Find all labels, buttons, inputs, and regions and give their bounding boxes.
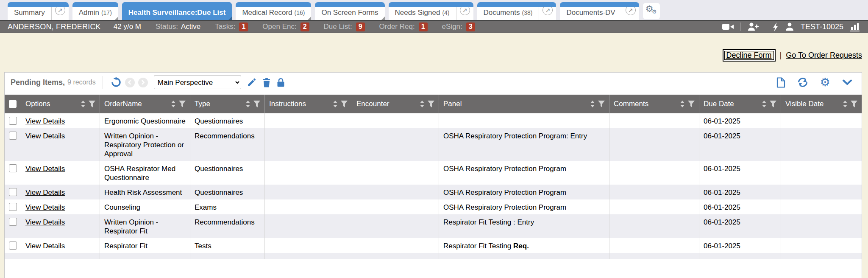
sort-icon[interactable] [245, 100, 250, 108]
patient-id: TEST-10025 [801, 22, 843, 31]
row-checkbox[interactable] [9, 164, 17, 172]
column-header-comments[interactable]: Comments [609, 95, 699, 113]
video-camera-icon[interactable] [722, 23, 734, 31]
undo-icon[interactable] [111, 77, 122, 88]
perspective-select[interactable]: Main Perspective [154, 76, 241, 89]
tab-settings-button[interactable]: ⚙ ⚙ [643, 3, 660, 19]
filter-icon[interactable] [598, 101, 605, 107]
row-checkbox[interactable] [9, 218, 17, 226]
column-label: Encounter [356, 100, 389, 108]
tab-on-screen-forms[interactable]: On Screen Forms [315, 2, 384, 20]
person-icon[interactable] [785, 22, 794, 31]
stat-count-badge[interactable]: 9 [356, 22, 365, 31]
cell-panel: OSHA Respiratory Protection Program: Ent… [439, 128, 609, 161]
column-header-instructions[interactable]: Instructions [264, 95, 352, 113]
stat-esign: eSign:3 [442, 22, 475, 31]
view-details-link[interactable]: View Details [25, 117, 65, 125]
sort-icon[interactable] [762, 100, 767, 108]
panel-text: OSHA Respiratory Protection Program [443, 165, 566, 173]
cell-comments [609, 199, 699, 214]
sort-icon[interactable] [333, 100, 338, 108]
tab-label: Needs Signed [395, 8, 440, 17]
column-label: Options [25, 100, 50, 108]
lock-icon[interactable] [277, 78, 285, 87]
tab-summary[interactable]: Summary↗ [8, 2, 69, 20]
sort-icon[interactable] [843, 100, 848, 108]
view-details-link[interactable]: View Details [25, 132, 65, 140]
cell-order-name: Counseling [100, 199, 190, 214]
tab-documents-dv[interactable]: Documents-DV↗ [560, 2, 639, 20]
stat-count-badge[interactable]: 2 [300, 22, 309, 31]
tab-main: Medical Record(16) [236, 8, 311, 20]
trash-icon[interactable] [262, 78, 271, 87]
tab-needs-signed[interactable]: Needs Signed(4)↗ [389, 2, 473, 20]
stat-count-badge[interactable]: 1 [239, 22, 248, 31]
tab-label: Summary [14, 8, 45, 17]
cell-visible-date [781, 113, 862, 128]
stat-count-badge[interactable]: 1 [419, 22, 428, 31]
column-header-ordername[interactable]: OrderName [100, 95, 190, 113]
prev-icon[interactable] [125, 78, 135, 87]
new-document-icon[interactable] [776, 77, 785, 88]
open-in-new-window-button[interactable]: ↗ [51, 2, 69, 20]
view-details-link[interactable]: View Details [25, 203, 65, 211]
row-checkbox[interactable] [9, 132, 17, 140]
row-checkbox[interactable] [9, 241, 17, 250]
tab-main: On Screen Forms [315, 8, 384, 20]
next-icon[interactable] [138, 78, 148, 87]
filter-icon[interactable] [341, 101, 348, 107]
tab-count: (38) [522, 9, 533, 16]
tab-documents[interactable]: Documents(38)↗ [477, 2, 556, 20]
cell-comments [609, 253, 699, 259]
column-header-panel[interactable]: Panel [439, 95, 609, 113]
column-header-visible-date[interactable]: Visible Date [781, 95, 862, 113]
view-details-link[interactable]: View Details [25, 242, 65, 250]
filter-icon[interactable] [688, 101, 695, 107]
column-header-due-date[interactable]: Due Date [699, 95, 781, 113]
settings-gear-icon[interactable]: ⚙ [820, 77, 830, 88]
column-header-type[interactable]: Type [190, 95, 264, 113]
filter-icon[interactable] [428, 101, 434, 107]
sort-icon[interactable] [590, 100, 595, 108]
column-header-options[interactable]: Options [21, 95, 100, 113]
select-all-checkbox[interactable] [9, 100, 17, 108]
refresh-icon[interactable] [797, 77, 808, 88]
tab-admin[interactable]: Admin(17) [72, 2, 118, 20]
cell-encounter [352, 113, 439, 128]
person-add-icon[interactable] [748, 22, 759, 31]
row-checkbox[interactable] [9, 188, 17, 196]
sort-icon[interactable] [81, 100, 86, 108]
view-details-link[interactable]: View Details [25, 165, 65, 173]
chevron-down-icon[interactable] [842, 79, 852, 85]
go-to-order-requests-link[interactable]: Go To Order Requests [786, 51, 862, 60]
open-in-new-window-button[interactable]: ↗ [622, 2, 639, 20]
row-select-cell [5, 161, 21, 185]
tab-health-surveillance-due-list[interactable]: Health Surveillance:Due List [122, 2, 232, 20]
filter-icon[interactable] [770, 101, 776, 107]
decline-form-link[interactable]: Decline Form [726, 51, 772, 59]
filter-icon[interactable] [179, 101, 186, 107]
view-details-link[interactable]: View Details [25, 218, 65, 226]
sort-icon[interactable] [680, 100, 685, 108]
cell-panel [439, 253, 609, 259]
filter-icon[interactable] [253, 101, 260, 107]
sort-icon[interactable] [171, 100, 176, 108]
grid-title: Pending Items, [11, 78, 65, 87]
row-checkbox[interactable] [9, 203, 17, 211]
cell-order-name: Written Opinion - Respirator Fit [100, 214, 190, 238]
row-checkbox[interactable] [9, 117, 17, 125]
bar-chart-icon[interactable] [850, 22, 860, 31]
filter-icon[interactable] [851, 101, 857, 107]
open-in-new-window-button[interactable]: ↗ [539, 2, 556, 20]
stat-count-badge[interactable]: 3 [466, 22, 475, 31]
view-details-link[interactable]: View Details [25, 188, 65, 197]
tab-medical-record[interactable]: Medical Record(16) [236, 2, 311, 20]
sort-icon[interactable] [420, 100, 425, 108]
lightning-icon[interactable] [773, 22, 779, 31]
edit-pencil-icon[interactable] [247, 78, 256, 87]
table-row: View DetailsHealth Risk AssessmentQuesti… [5, 185, 862, 199]
open-in-new-window-button[interactable]: ↗ [456, 2, 473, 20]
filter-icon[interactable] [89, 101, 95, 107]
column-header-encounter[interactable]: Encounter [352, 95, 439, 113]
cell-panel [439, 113, 609, 128]
